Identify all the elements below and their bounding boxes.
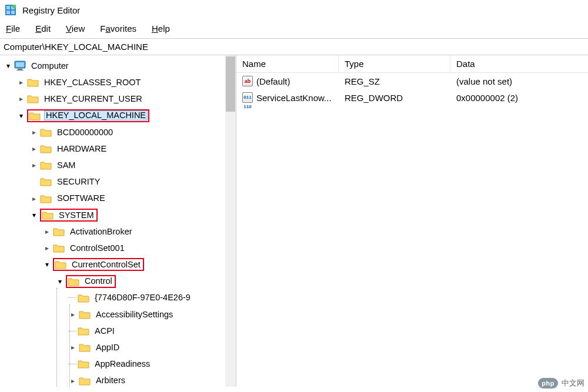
tree-node-hkcr[interactable]: ▸ HKEY_CLASSES_ROOT (4, 74, 236, 91)
svg-rect-4 (11, 11, 15, 14)
tree-guide-line (69, 304, 70, 387)
address-bar[interactable]: Computer\HKEY_LOCAL_MACHINE (0, 39, 588, 55)
menu-file[interactable]: File (6, 24, 20, 33)
registry-tree[interactable]: ▾ Computer ▸ HKEY_CLASSES_ROOT ▸ HKEY_CU… (0, 55, 236, 387)
scrollbar-thumb[interactable] (226, 56, 235, 112)
folder-icon (29, 110, 41, 121)
tree-node-guid[interactable]: {7746D80F-97E0-4E26-9 (4, 290, 236, 306)
value-row[interactable]: 011110 ServiceLastKnow... REG_DWORD 0x00… (236, 89, 588, 106)
column-headers[interactable]: Name Type Data (236, 55, 588, 73)
tree-node-hardware[interactable]: ▸ HARDWARE (4, 140, 236, 157)
tree-label: HKEY_CURRENT_USER (42, 94, 144, 104)
menu-help[interactable]: Help (152, 24, 170, 33)
chevron-right-icon[interactable]: ▸ (16, 79, 26, 86)
tree-label: {7746D80F-97E0-4E26-9 (93, 293, 192, 303)
tree-pane: ▾ Computer ▸ HKEY_CLASSES_ROOT ▸ HKEY_CU… (0, 55, 236, 387)
tree-node-hkcu[interactable]: ▸ HKEY_CURRENT_USER (4, 91, 236, 107)
folder-icon (78, 293, 89, 303)
tree-label: AccessibilitySettings (94, 310, 175, 320)
tree-label: Control (83, 276, 114, 286)
chevron-down-icon[interactable]: ▾ (55, 278, 65, 285)
folder-icon (27, 93, 39, 104)
dword-value-icon: 011110 (242, 92, 253, 103)
chevron-right-icon[interactable]: ▸ (42, 228, 52, 235)
chevron-down-icon[interactable]: ▾ (16, 112, 26, 119)
column-type[interactable]: Type (339, 55, 450, 72)
tree-label: SOFTWARE (55, 193, 107, 203)
folder-icon (27, 77, 39, 88)
value-name: (Default) (256, 76, 290, 86)
tree-node-controlset001[interactable]: ▸ ControlSet001 (4, 240, 236, 256)
chevron-right-icon[interactable]: ▸ (29, 162, 39, 169)
folder-icon (42, 210, 54, 220)
chevron-right-icon[interactable]: ▸ (29, 195, 39, 202)
value-type: REG_DWORD (339, 92, 450, 104)
value-data: (value not set) (450, 75, 588, 88)
column-name[interactable]: Name (236, 55, 339, 72)
value-pane: Name Type Data ab (Default) REG_SZ (valu… (236, 55, 588, 387)
tree-node-activationbroker[interactable]: ▸ ActivationBroker (4, 223, 236, 240)
tree-node-sam[interactable]: ▸ SAM (4, 157, 236, 173)
folder-icon (53, 226, 65, 237)
folder-icon (40, 127, 52, 138)
svg-rect-3 (6, 11, 10, 14)
svg-rect-1 (6, 6, 10, 9)
tree-node-software[interactable]: ▸ SOFTWARE (4, 190, 236, 207)
svg-rect-8 (18, 69, 22, 70)
value-name: ServiceLastKnow... (256, 93, 332, 103)
tree-node-appreadiness[interactable]: AppReadiness (4, 356, 236, 372)
tree-node-arbiters[interactable]: ▸ Arbiters (4, 373, 236, 387)
address-path: Computer\HKEY_LOCAL_MACHINE (4, 42, 148, 52)
tree-label: AppID (94, 343, 121, 353)
tree-node-bcd[interactable]: ▸ BCD00000000 (4, 124, 236, 140)
folder-icon (40, 193, 52, 204)
menu-bar: File Edit View Favorites Help (0, 20, 588, 39)
main-split: ▾ Computer ▸ HKEY_CLASSES_ROOT ▸ HKEY_CU… (0, 55, 588, 387)
folder-icon (79, 376, 91, 386)
chevron-right-icon[interactable]: ▸ (42, 244, 52, 252)
chevron-right-icon[interactable]: ▸ (29, 129, 39, 136)
tree-node-control[interactable]: ▾ Control (4, 273, 236, 289)
value-type: REG_SZ (339, 75, 450, 88)
string-value-icon: ab (242, 76, 253, 86)
app-title: Registry Editor (22, 5, 80, 15)
tree-guide-line (56, 288, 57, 387)
menu-view[interactable]: View (66, 24, 85, 33)
chevron-down-icon[interactable]: ▾ (4, 62, 13, 69)
folder-icon (78, 359, 89, 369)
tree-label: Arbiters (94, 376, 127, 386)
tree-label: CurrentControlSet (70, 260, 142, 270)
tree-node-currentcontrolset[interactable]: ▾ CurrentControlSet (4, 256, 236, 273)
tree-node-hklm[interactable]: ▾ HKEY_LOCAL_MACHINE (4, 108, 236, 124)
chevron-right-icon[interactable]: ▸ (29, 145, 39, 152)
value-row[interactable]: ab (Default) REG_SZ (value not set) (236, 73, 588, 89)
tree-label: AppReadiness (93, 359, 152, 369)
regedit-icon (5, 4, 16, 16)
tree-label: ControlSet001 (68, 243, 126, 253)
tree-label: SAM (55, 160, 77, 170)
chevron-right-icon[interactable]: ▸ (16, 95, 26, 102)
value-data: 0x00000002 (2) (450, 92, 588, 104)
folder-icon (55, 259, 66, 270)
computer-icon (14, 61, 26, 71)
tree-node-acpi[interactable]: ACPI (4, 323, 236, 339)
tree-node-security[interactable]: ▸ SECURITY (4, 173, 236, 190)
folder-icon (78, 326, 89, 336)
folder-icon (79, 342, 91, 353)
folder-icon (40, 160, 52, 170)
watermark: php 中文网 (538, 378, 584, 388)
menu-favorites[interactable]: Favorites (100, 24, 136, 33)
tree-node-system[interactable]: ▾ SYSTEM (4, 207, 236, 223)
tree-label: BCD00000000 (55, 128, 115, 138)
menu-edit[interactable]: Edit (35, 24, 51, 33)
tree-label: SYSTEM (57, 210, 96, 220)
chevron-down-icon[interactable]: ▾ (29, 212, 39, 219)
folder-icon (40, 143, 52, 154)
tree-node-appid[interactable]: ▸ AppID (4, 339, 236, 356)
chevron-down-icon[interactable]: ▾ (42, 261, 52, 268)
scrollbar-track[interactable] (225, 55, 236, 387)
column-data[interactable]: Data (450, 55, 588, 72)
tree-node-accessibility[interactable]: ▸ AccessibilitySettings (4, 306, 236, 323)
tree-node-computer[interactable]: ▾ Computer (4, 58, 236, 74)
tree-connector (68, 297, 76, 298)
